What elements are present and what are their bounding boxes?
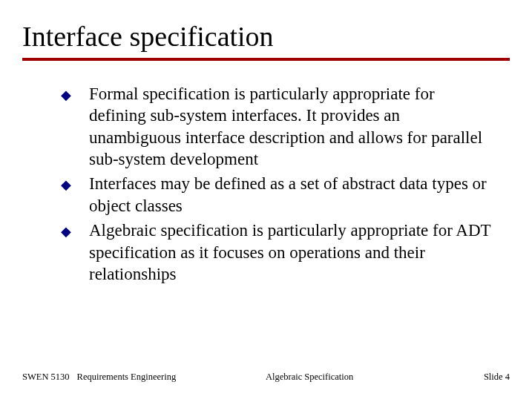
list-item: ◆ Algebraic specification is particularl… — [61, 220, 495, 285]
footer-course-code: SWEN 5130 — [22, 372, 70, 383]
title-rule — [22, 58, 510, 61]
diamond-bullet-icon: ◆ — [61, 173, 89, 196]
footer-center: Algebraic Specification — [176, 372, 443, 383]
footer-left: SWEN 5130 Requirements Engineering — [22, 372, 176, 383]
diamond-bullet-icon: ◆ — [61, 220, 89, 243]
slide-title: Interface specification — [22, 21, 510, 53]
footer-slide-number: Slide 4 — [443, 372, 510, 383]
footer-course-name: Requirements Engineering — [77, 372, 177, 383]
list-item: ◆ Interfaces may be defined as a set of … — [61, 173, 495, 217]
list-item: ◆ Formal specification is particularly a… — [61, 83, 495, 171]
bullet-list: ◆ Formal specification is particularly a… — [22, 83, 510, 286]
diamond-bullet-icon: ◆ — [61, 83, 89, 106]
list-item-text: Formal specification is particularly app… — [89, 83, 495, 171]
slide-footer: SWEN 5130 Requirements Engineering Algeb… — [22, 372, 510, 383]
slide: Interface specification ◆ Formal specifi… — [0, 0, 532, 399]
list-item-text: Interfaces may be defined as a set of ab… — [89, 173, 495, 217]
list-item-text: Algebraic specification is particularly … — [89, 220, 495, 285]
